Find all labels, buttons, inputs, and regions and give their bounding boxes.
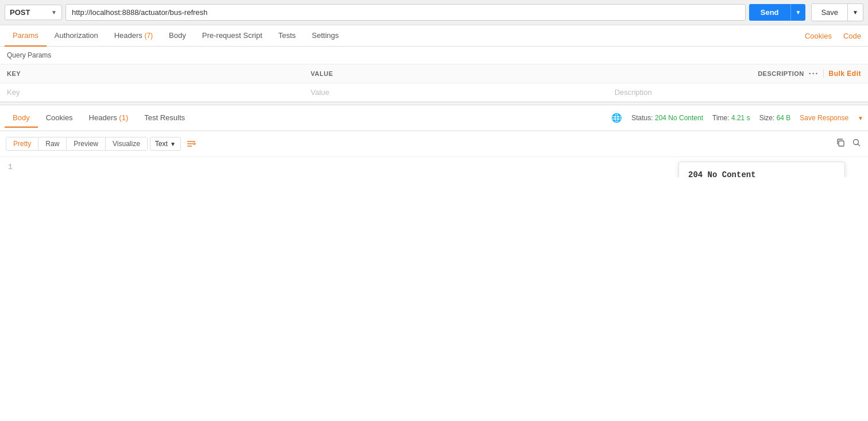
tooltip-card: 204 No Content The server successfully p… bbox=[678, 162, 845, 177]
tooltip-title: 204 No Content bbox=[688, 170, 835, 177]
response-section: Body Cookies Headers (1) Test Results 🌐 … bbox=[0, 105, 868, 177]
table-row: Key Value Description bbox=[0, 83, 868, 102]
request-content: Query Params KEY VALUE DESCRIPTION ··· B… bbox=[0, 47, 868, 102]
copy-icon bbox=[836, 138, 845, 147]
more-options-icon[interactable]: ··· bbox=[809, 69, 819, 78]
url-input[interactable] bbox=[65, 4, 746, 21]
resp-tab-cookies[interactable]: Cookies bbox=[38, 109, 81, 128]
resp-tab-test-results[interactable]: Test Results bbox=[136, 109, 193, 128]
tab-tests[interactable]: Tests bbox=[271, 25, 304, 47]
tab-params[interactable]: Params bbox=[5, 25, 47, 47]
right-tabs: Cookies Code bbox=[803, 26, 863, 46]
tab-code-link[interactable]: Code bbox=[841, 26, 863, 46]
size-info: Size: 64 B bbox=[759, 114, 791, 122]
col-value: VALUE bbox=[304, 64, 608, 83]
top-bar: POST ▼ Send ▼ Save ▼ bbox=[0, 0, 868, 25]
method-select[interactable]: POST ▼ bbox=[5, 5, 62, 20]
col-description: DESCRIPTION ··· Bulk Edit bbox=[608, 64, 868, 83]
col-key: KEY bbox=[0, 64, 304, 83]
wrap-icon bbox=[186, 139, 196, 149]
status-label: Status: 204 No Content bbox=[631, 114, 703, 122]
format-group: Pretty Raw Preview Visualize bbox=[6, 137, 148, 151]
response-tabs: Body Cookies Headers (1) Test Results bbox=[5, 109, 193, 127]
value-cell[interactable]: Value bbox=[304, 83, 608, 102]
copy-button[interactable] bbox=[835, 137, 846, 151]
tab-settings[interactable]: Settings bbox=[304, 25, 347, 47]
save-group: Save ▼ bbox=[811, 3, 863, 21]
save-response-dropdown[interactable]: ▼ bbox=[858, 115, 863, 121]
description-cell[interactable]: Description bbox=[608, 83, 868, 102]
params-table: KEY VALUE DESCRIPTION ··· Bulk Edit Key … bbox=[0, 64, 868, 102]
save-button[interactable]: Save bbox=[811, 3, 848, 21]
status-badge: 204 No Content bbox=[655, 114, 703, 122]
tab-headers[interactable]: Headers (7) bbox=[106, 25, 161, 47]
svg-point-4 bbox=[854, 140, 859, 145]
send-dropdown-button[interactable]: ▼ bbox=[790, 4, 806, 21]
line-number: 1 bbox=[8, 163, 13, 171]
tab-authorization[interactable]: Authorization bbox=[47, 25, 106, 47]
query-params-label: Query Params bbox=[0, 47, 868, 64]
response-body-actions bbox=[835, 137, 862, 151]
send-button[interactable]: Send bbox=[749, 4, 790, 21]
send-group: Send ▼ bbox=[749, 4, 806, 21]
svg-rect-3 bbox=[839, 141, 844, 146]
method-chevron-icon: ▼ bbox=[51, 9, 57, 16]
search-icon bbox=[852, 138, 861, 147]
resp-tab-body[interactable]: Body bbox=[5, 109, 38, 128]
globe-icon: 🌐 bbox=[611, 113, 622, 123]
save-dropdown-button[interactable]: ▼ bbox=[848, 3, 863, 21]
save-response-button[interactable]: Save Response bbox=[800, 114, 848, 122]
format-preview-button[interactable]: Preview bbox=[67, 137, 106, 150]
tab-cookies-link[interactable]: Cookies bbox=[803, 26, 834, 46]
text-format-dropdown[interactable]: Text ▼ bbox=[150, 137, 181, 151]
search-button[interactable] bbox=[851, 137, 862, 151]
wrap-button[interactable] bbox=[183, 136, 199, 152]
format-visualize-button[interactable]: Visualize bbox=[106, 137, 147, 150]
tab-prerequest[interactable]: Pre-request Script bbox=[194, 25, 271, 47]
response-header: Body Cookies Headers (1) Test Results 🌐 … bbox=[0, 105, 868, 131]
resp-tab-headers[interactable]: Headers (1) bbox=[81, 109, 137, 128]
key-cell[interactable]: Key bbox=[0, 83, 304, 102]
time-info: Time: 4.21 s bbox=[712, 114, 750, 122]
status-info: 🌐 Status: 204 No Content Time: 4.21 s Si… bbox=[611, 113, 863, 123]
response-content: 1 204 No Content The server successfully… bbox=[0, 157, 868, 177]
request-tabs: Params Authorization Headers (7) Body Pr… bbox=[0, 25, 868, 47]
method-label: POST bbox=[10, 8, 30, 17]
bulk-edit-button[interactable]: Bulk Edit bbox=[828, 70, 861, 78]
tab-body[interactable]: Body bbox=[161, 25, 194, 47]
format-pretty-button[interactable]: Pretty bbox=[6, 137, 38, 150]
response-body-toolbar: Pretty Raw Preview Visualize Text ▼ bbox=[0, 131, 868, 157]
format-raw-button[interactable]: Raw bbox=[38, 137, 67, 150]
svg-line-5 bbox=[858, 144, 861, 147]
